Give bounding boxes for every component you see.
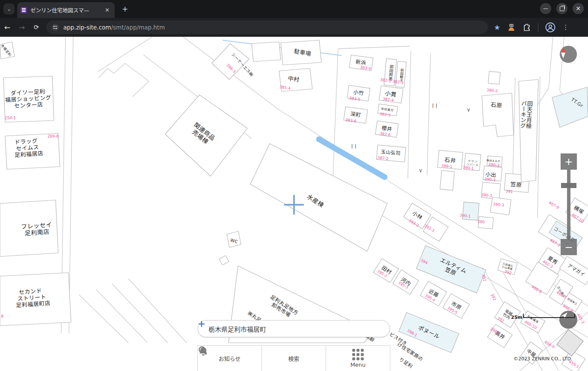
tab-strip: ⌄ ゼンリン住宅地図スマ— ✕ + — ✕ (0, 0, 588, 18)
tab-search-chevron-icon[interactable]: ⌄ (3, 3, 15, 15)
robot-extension-icon[interactable] (507, 23, 516, 32)
plus-icon (198, 321, 205, 327)
site-settings-icon[interactable] (51, 24, 59, 31)
nav-label: 検索 (288, 354, 299, 362)
url-path: /smt/app/map.htm (111, 24, 165, 31)
zoom-out-button[interactable]: − (561, 239, 577, 255)
new-tab-button[interactable]: + (120, 4, 130, 14)
search-icon (198, 346, 208, 356)
browser-toolbar: ← → ⟳ app.zip-site.com/smt/app/map.htm ★ (0, 18, 588, 37)
copyright-notice: ©2023 ZENRIN CO., LTD. (514, 356, 573, 362)
toolbar-divider (538, 23, 538, 32)
back-button[interactable]: ← (0, 23, 15, 32)
grid-icon (352, 349, 364, 360)
reload-button[interactable]: ⟳ (29, 24, 44, 31)
nav-label: Menu (350, 362, 366, 368)
bottom-nav: お知らせ 検索 Menu (197, 345, 390, 371)
search-input[interactable]: 栃木県足利市福居町 (198, 320, 390, 337)
zoom-slider-track[interactable] (567, 170, 570, 239)
browser-chrome: ⌄ ゼンリン住宅地図スマ— ✕ + — ✕ ← → ⟳ (0, 0, 588, 37)
restore-icon (560, 6, 564, 11)
zoom-in-button[interactable]: + (561, 153, 577, 170)
forward-button[interactable]: → (15, 23, 29, 32)
menu-button[interactable]: Menu (326, 346, 390, 371)
compass-button[interactable] (560, 46, 577, 63)
browser-tab[interactable]: ゼンリン住宅地図スマ— ✕ (17, 2, 115, 18)
bookmark-star-icon[interactable]: ★ (494, 23, 500, 32)
url-bar[interactable]: app.zip-site.com/smt/app/map.htm (46, 21, 488, 34)
map-scale-bar (523, 314, 575, 318)
zenrin-favicon (21, 7, 27, 13)
nav-label: お知らせ (219, 354, 241, 362)
url-host: app.zip-site.com (63, 24, 111, 31)
restore-button[interactable] (556, 3, 567, 14)
map-scale-label: 25m (511, 315, 523, 320)
zoom-control: + − (561, 153, 577, 170)
profile-avatar-icon[interactable] (545, 22, 555, 32)
kebab-menu-icon[interactable]: ⋮ (562, 24, 569, 31)
compass-needle-icon (560, 46, 567, 59)
gray-building (557, 330, 583, 356)
map-viewport[interactable]: ダイソー足利 福居ショッピング センター店ドラッグ セイムス 足利福居店フレッセ… (0, 37, 588, 371)
tab-close-icon[interactable]: ✕ (103, 7, 111, 13)
zoom-slider-handle[interactable] (561, 183, 576, 188)
search-button[interactable]: 検索 (262, 346, 326, 371)
tab-title: ゼンリン住宅地図スマ— (30, 6, 103, 14)
close-button[interactable]: ✕ (573, 3, 584, 14)
search-value: 栃木県足利市福居町 (208, 324, 266, 333)
extensions-puzzle-icon[interactable] (523, 23, 531, 32)
map-crosshair-icon (293, 195, 295, 215)
minimize-button[interactable]: — (540, 3, 551, 14)
